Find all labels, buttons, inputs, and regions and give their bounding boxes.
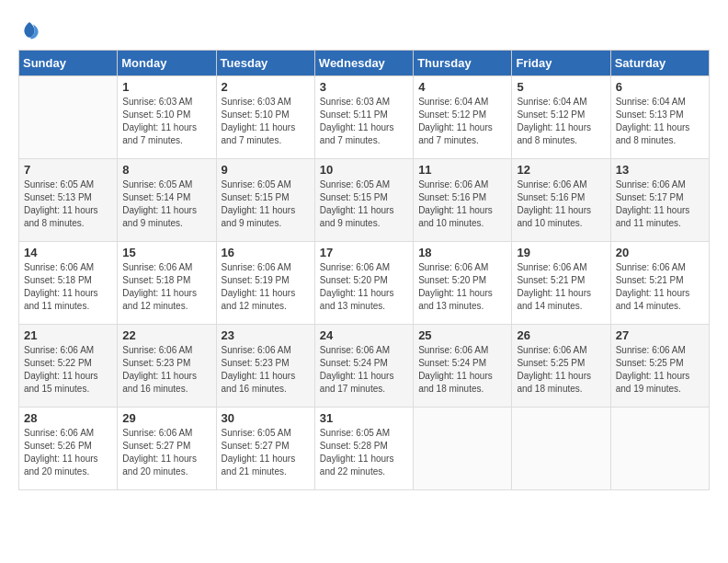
calendar-cell: 1Sunrise: 6:03 AMSunset: 5:10 PMDaylight… — [118, 76, 216, 159]
header-day-thursday: Thursday — [414, 51, 512, 76]
calendar-cell: 23Sunrise: 6:06 AMSunset: 5:23 PMDayligh… — [216, 325, 314, 408]
calendar-cell: 10Sunrise: 6:05 AMSunset: 5:15 PMDayligh… — [314, 159, 413, 242]
day-number: 22 — [122, 328, 210, 342]
header-row: SundayMondayTuesdayWednesdayThursdayFrid… — [19, 51, 710, 76]
calendar-cell: 31Sunrise: 6:05 AMSunset: 5:28 PMDayligh… — [314, 408, 413, 490]
day-number: 21 — [24, 328, 112, 342]
calendar-cell — [414, 408, 512, 490]
calendar-cell: 19Sunrise: 6:06 AMSunset: 5:21 PMDayligh… — [512, 242, 610, 325]
calendar-cell: 25Sunrise: 6:06 AMSunset: 5:24 PMDayligh… — [414, 325, 512, 408]
day-info: Sunrise: 6:03 AMSunset: 5:11 PMDaylight:… — [320, 96, 408, 147]
calendar-cell: 27Sunrise: 6:06 AMSunset: 5:25 PMDayligh… — [610, 325, 709, 408]
header-day-monday: Monday — [118, 51, 216, 76]
day-info: Sunrise: 6:06 AMSunset: 5:20 PMDaylight:… — [418, 261, 506, 313]
day-info: Sunrise: 6:05 AMSunset: 5:15 PMDaylight:… — [320, 178, 408, 230]
day-info: Sunrise: 6:06 AMSunset: 5:23 PMDaylight:… — [122, 344, 210, 396]
page-header — [18, 18, 710, 40]
calendar-cell: 26Sunrise: 6:06 AMSunset: 5:25 PMDayligh… — [512, 325, 610, 408]
day-info: Sunrise: 6:06 AMSunset: 5:25 PMDaylight:… — [517, 344, 605, 396]
calendar-cell: 5Sunrise: 6:04 AMSunset: 5:12 PMDaylight… — [512, 76, 610, 159]
day-number: 3 — [320, 80, 408, 94]
day-number: 17 — [320, 246, 408, 259]
day-info: Sunrise: 6:06 AMSunset: 5:21 PMDaylight:… — [616, 261, 704, 313]
calendar-table: SundayMondayTuesdayWednesdayThursdayFrid… — [18, 50, 710, 490]
calendar-cell: 29Sunrise: 6:06 AMSunset: 5:27 PMDayligh… — [118, 408, 216, 490]
week-row: 7Sunrise: 6:05 AMSunset: 5:13 PMDaylight… — [19, 159, 710, 242]
day-number: 7 — [24, 163, 112, 177]
day-info: Sunrise: 6:06 AMSunset: 5:16 PMDaylight:… — [517, 178, 605, 230]
day-number: 9 — [222, 163, 310, 177]
calendar-cell: 17Sunrise: 6:06 AMSunset: 5:20 PMDayligh… — [314, 242, 413, 325]
day-info: Sunrise: 6:06 AMSunset: 5:24 PMDaylight:… — [418, 344, 506, 396]
calendar-cell: 21Sunrise: 6:06 AMSunset: 5:22 PMDayligh… — [19, 325, 118, 408]
day-number: 5 — [517, 80, 605, 94]
day-number: 1 — [122, 80, 210, 94]
day-number: 29 — [122, 411, 210, 425]
calendar-cell: 9Sunrise: 6:05 AMSunset: 5:15 PMDaylight… — [216, 159, 314, 242]
calendar-cell: 24Sunrise: 6:06 AMSunset: 5:24 PMDayligh… — [314, 325, 413, 408]
day-number: 18 — [418, 246, 506, 259]
day-number: 23 — [222, 328, 310, 342]
calendar-cell: 6Sunrise: 6:04 AMSunset: 5:13 PMDaylight… — [610, 76, 709, 159]
day-info: Sunrise: 6:04 AMSunset: 5:12 PMDaylight:… — [517, 96, 605, 147]
logo — [18, 18, 44, 40]
day-info: Sunrise: 6:06 AMSunset: 5:18 PMDaylight:… — [122, 261, 210, 313]
day-info: Sunrise: 6:05 AMSunset: 5:15 PMDaylight:… — [222, 178, 310, 230]
day-number: 28 — [24, 411, 112, 425]
calendar-cell: 18Sunrise: 6:06 AMSunset: 5:20 PMDayligh… — [414, 242, 512, 325]
day-info: Sunrise: 6:05 AMSunset: 5:14 PMDaylight:… — [122, 178, 210, 230]
calendar-cell: 3Sunrise: 6:03 AMSunset: 5:11 PMDaylight… — [314, 76, 413, 159]
day-number: 30 — [222, 411, 310, 425]
day-info: Sunrise: 6:06 AMSunset: 5:27 PMDaylight:… — [122, 427, 210, 478]
calendar-cell: 13Sunrise: 6:06 AMSunset: 5:17 PMDayligh… — [610, 159, 709, 242]
day-info: Sunrise: 6:06 AMSunset: 5:22 PMDaylight:… — [24, 344, 112, 396]
week-row: 21Sunrise: 6:06 AMSunset: 5:22 PMDayligh… — [19, 325, 710, 408]
calendar-cell: 22Sunrise: 6:06 AMSunset: 5:23 PMDayligh… — [118, 325, 216, 408]
day-number: 25 — [418, 328, 506, 342]
header-day-sunday: Sunday — [19, 51, 118, 76]
day-info: Sunrise: 6:04 AMSunset: 5:12 PMDaylight:… — [418, 96, 506, 147]
day-number: 19 — [517, 246, 605, 259]
header-day-tuesday: Tuesday — [216, 51, 314, 76]
day-info: Sunrise: 6:06 AMSunset: 5:21 PMDaylight:… — [517, 261, 605, 313]
day-info: Sunrise: 6:06 AMSunset: 5:23 PMDaylight:… — [222, 344, 310, 396]
calendar-cell: 28Sunrise: 6:06 AMSunset: 5:26 PMDayligh… — [19, 408, 118, 490]
calendar-cell: 4Sunrise: 6:04 AMSunset: 5:12 PMDaylight… — [414, 76, 512, 159]
header-day-friday: Friday — [512, 51, 610, 76]
calendar-cell — [19, 76, 118, 159]
day-info: Sunrise: 6:06 AMSunset: 5:20 PMDaylight:… — [320, 261, 408, 313]
calendar-cell: 15Sunrise: 6:06 AMSunset: 5:18 PMDayligh… — [118, 242, 216, 325]
day-number: 10 — [320, 163, 408, 177]
day-number: 31 — [320, 411, 408, 425]
day-number: 6 — [616, 80, 704, 94]
calendar-cell: 20Sunrise: 6:06 AMSunset: 5:21 PMDayligh… — [610, 242, 709, 325]
calendar-cell: 14Sunrise: 6:06 AMSunset: 5:18 PMDayligh… — [19, 242, 118, 325]
day-number: 2 — [222, 80, 310, 94]
day-number: 11 — [418, 163, 506, 177]
day-number: 26 — [517, 328, 605, 342]
day-info: Sunrise: 6:06 AMSunset: 5:19 PMDaylight:… — [222, 261, 310, 313]
day-info: Sunrise: 6:05 AMSunset: 5:28 PMDaylight:… — [320, 427, 408, 478]
week-row: 28Sunrise: 6:06 AMSunset: 5:26 PMDayligh… — [19, 408, 710, 490]
calendar-cell: 16Sunrise: 6:06 AMSunset: 5:19 PMDayligh… — [216, 242, 314, 325]
week-row: 14Sunrise: 6:06 AMSunset: 5:18 PMDayligh… — [19, 242, 710, 325]
day-number: 24 — [320, 328, 408, 342]
day-number: 15 — [122, 246, 210, 259]
day-number: 27 — [616, 328, 704, 342]
calendar-cell: 30Sunrise: 6:05 AMSunset: 5:27 PMDayligh… — [216, 408, 314, 490]
day-number: 13 — [616, 163, 704, 177]
day-info: Sunrise: 6:03 AMSunset: 5:10 PMDaylight:… — [122, 96, 210, 147]
day-info: Sunrise: 6:03 AMSunset: 5:10 PMDaylight:… — [222, 96, 310, 147]
day-number: 14 — [24, 246, 112, 259]
day-info: Sunrise: 6:06 AMSunset: 5:17 PMDaylight:… — [616, 178, 704, 230]
day-number: 12 — [517, 163, 605, 177]
day-info: Sunrise: 6:06 AMSunset: 5:16 PMDaylight:… — [418, 178, 506, 230]
calendar-cell — [512, 408, 610, 490]
day-info: Sunrise: 6:04 AMSunset: 5:13 PMDaylight:… — [616, 96, 704, 147]
calendar-cell: 2Sunrise: 6:03 AMSunset: 5:10 PMDaylight… — [216, 76, 314, 159]
day-info: Sunrise: 6:06 AMSunset: 5:25 PMDaylight:… — [616, 344, 704, 396]
day-number: 20 — [616, 246, 704, 259]
day-number: 16 — [222, 246, 310, 259]
header-day-saturday: Saturday — [610, 51, 709, 76]
day-info: Sunrise: 6:06 AMSunset: 5:24 PMDaylight:… — [320, 344, 408, 396]
